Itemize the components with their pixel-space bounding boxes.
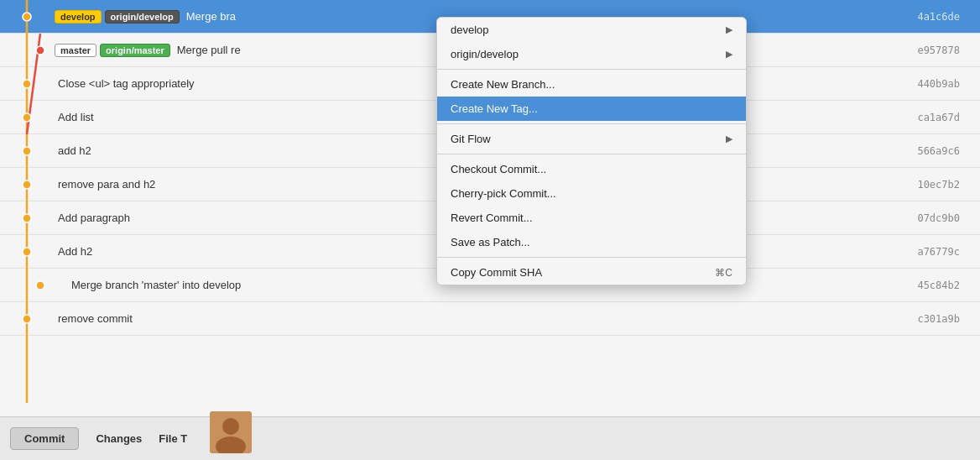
- commit-row[interactable]: remove commit c301a9b: [0, 302, 980, 336]
- menu-item-git-flow[interactable]: Git Flow ▶: [437, 127, 746, 151]
- svg-point-10: [36, 281, 44, 290]
- menu-item-revert[interactable]: Revert Commit...: [437, 206, 746, 230]
- commit-sha: e957878: [917, 44, 973, 56]
- svg-point-11: [23, 315, 31, 323]
- menu-item-label: Save as Patch...: [451, 236, 530, 248]
- menu-item-label: Git Flow: [451, 133, 491, 145]
- menu-item-create-branch[interactable]: Create New Branch...: [437, 72, 746, 97]
- menu-separator: [437, 154, 746, 154]
- menu-item-label: Copy Commit SHA: [451, 266, 542, 279]
- svg-point-5: [23, 113, 31, 122]
- commit-sha: 45c84b2: [917, 280, 973, 291]
- svg-point-9: [23, 248, 31, 256]
- badge-origin-develop: origin/develop: [105, 10, 180, 24]
- menu-item-cherry-pick[interactable]: Cherry-pick Commit...: [437, 181, 746, 206]
- menu-item-create-tag[interactable]: Create New Tag...: [437, 97, 746, 121]
- svg-point-13: [222, 418, 239, 435]
- svg-point-6: [23, 147, 31, 155]
- badge-master: master: [55, 44, 96, 57]
- menu-separator: [437, 257, 746, 258]
- badge-develop: develop: [55, 10, 102, 24]
- commit-sha: c301a9b: [917, 313, 973, 325]
- avatar-image: [210, 411, 252, 453]
- commit-sha: 440b9ab: [917, 78, 973, 90]
- commit-sha: 07dc9b0: [917, 212, 973, 224]
- changes-tab[interactable]: Changes: [96, 429, 142, 448]
- menu-item-label: Create New Tag...: [451, 102, 538, 115]
- submenu-arrow-icon: ▶: [726, 24, 732, 35]
- svg-point-8: [23, 214, 31, 222]
- commit-list: develop origin/develop Merge bra 4a1c6de…: [0, 0, 980, 416]
- menu-item-label: Checkout Commit...: [451, 163, 546, 175]
- menu-item-save-patch[interactable]: Save as Patch...: [437, 230, 746, 254]
- commit-button[interactable]: Commit: [10, 427, 79, 450]
- avatar-container: [210, 411, 252, 453]
- menu-shortcut: ⌘C: [715, 267, 732, 279]
- menu-item-label: Revert Commit...: [451, 212, 533, 224]
- menu-item-label: origin/develop: [451, 48, 519, 60]
- menu-item-develop[interactable]: develop ▶: [437, 18, 746, 42]
- badge-origin-master: origin/master: [100, 44, 170, 57]
- menu-item-label: Cherry-pick Commit...: [451, 187, 556, 200]
- menu-item-label: Create New Branch...: [451, 78, 555, 91]
- app-window: develop origin/develop Merge bra 4a1c6de…: [0, 0, 980, 460]
- svg-point-2: [23, 13, 31, 21]
- menu-item-copy-sha[interactable]: Copy Commit SHA ⌘C: [437, 260, 746, 285]
- menu-item-label: develop: [451, 24, 489, 36]
- avatar: [210, 411, 252, 453]
- commit-sha: 4a1c6de: [917, 11, 973, 23]
- commit-sha: 566a9c6: [917, 145, 973, 157]
- submenu-arrow-icon: ▶: [726, 133, 732, 144]
- commit-sha: 10ec7b2: [917, 179, 973, 191]
- commit-sha: a76779c: [917, 246, 973, 258]
- svg-point-3: [36, 46, 44, 55]
- commit-message: remove commit: [55, 312, 917, 325]
- file-tab[interactable]: File T: [159, 429, 187, 448]
- graph-svg: [0, 0, 55, 403]
- svg-point-4: [23, 80, 31, 88]
- menu-item-origin-develop[interactable]: origin/develop ▶: [437, 42, 746, 66]
- menu-separator: [437, 69, 746, 70]
- context-menu: develop ▶ origin/develop ▶ Create New Br…: [436, 17, 747, 285]
- submenu-arrow-icon: ▶: [726, 49, 732, 60]
- bottom-toolbar: Commit Changes File T: [0, 416, 980, 460]
- menu-item-checkout[interactable]: Checkout Commit...: [437, 157, 746, 181]
- menu-separator: [437, 123, 746, 124]
- svg-point-7: [23, 180, 31, 189]
- commit-sha: ca1a67d: [917, 112, 973, 123]
